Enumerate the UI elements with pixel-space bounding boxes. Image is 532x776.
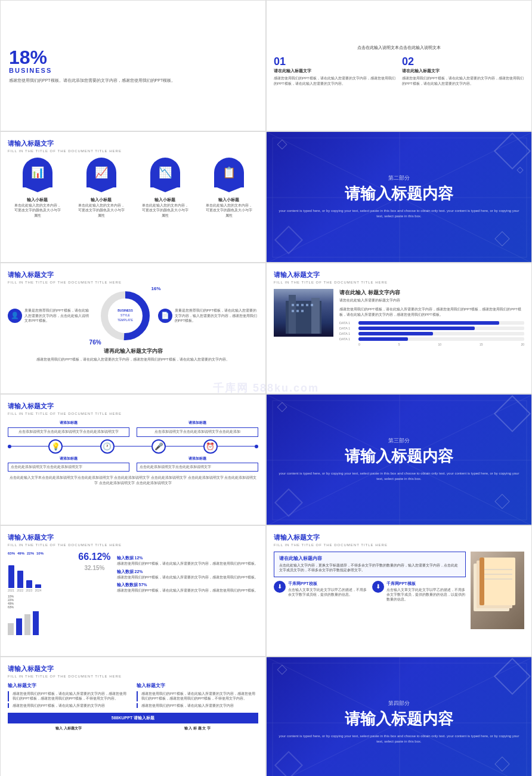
numbered-items: 01 请在此输入标题文字 感谢您使用我们的PPT模板，请在此输入您需要的文字内容… bbox=[274, 56, 524, 87]
r5r-left-col: 请在此输入标题内容 点击此处输入文字内容，更换文字标题措辞，不得多余文字的字数的… bbox=[274, 552, 466, 629]
pct-76: 76% bbox=[89, 339, 101, 346]
stat-2: 输入数据 22% 感谢您使用我们的PPT模板，请在此输入所需要的文字内容，感谢您… bbox=[117, 569, 258, 580]
num-desc-2: 感谢您使用我们的PPT模板，请在此输入您需要的文字内容，感谢您使用我们的PPT模… bbox=[402, 76, 524, 87]
tl-bottom-label-2: 请添加标题 bbox=[137, 456, 258, 461]
tl-icon-1: 💡 bbox=[48, 439, 63, 454]
icon-box-3: 📉 输入小标题 单击此处输入您的文本内容，可更改文字的颜色及大小与字属性 bbox=[141, 158, 189, 218]
bar-label-2: DATA 1 bbox=[339, 327, 356, 330]
num-2: 02 bbox=[402, 56, 524, 68]
svg-rect-15 bbox=[296, 304, 299, 306]
pct-63: 63% bbox=[8, 552, 15, 555]
vbar-g4: 2024 bbox=[35, 584, 41, 592]
vbar-g2: 2022 bbox=[17, 571, 23, 592]
sm-bar-4 bbox=[33, 611, 39, 635]
blue-desc-r6: your content is typed here, or by copyin… bbox=[279, 734, 519, 745]
vbar-year-3: 2023 bbox=[26, 589, 32, 592]
num-item-2: 02 请在此输入标题文字 感谢您使用我们的PPT模板，请在此输入您需要的文字内容… bbox=[402, 56, 524, 87]
tl-top-box-2: 点击添加说明文字点击此处添加说明文字点击此处添加 bbox=[137, 427, 258, 437]
icon-desc-1: 单击此处输入您的文本内容，可更改文字的颜色及大小与字属性 bbox=[14, 203, 61, 218]
download-section: ⬇ 千库网PPT校板 点击输入文章文字此处文字以甲乙的描述，不用多余文字数字成员… bbox=[274, 581, 466, 602]
bar-track-4 bbox=[358, 337, 524, 341]
stat-label-1: 输入数据 12% bbox=[117, 555, 258, 561]
tl-line-4 bbox=[166, 446, 203, 446]
slide-r6-right: 第四部分 请输入标题内容 your content is typed here,… bbox=[266, 657, 532, 776]
side-icon-1: 👤 质量是您推荐我们的PPT模板，请在此输入您需要的文字内容，点击此处输入说明文… bbox=[8, 308, 92, 323]
bar-row-1: DATA 1 bbox=[339, 321, 524, 325]
bar-track-3 bbox=[358, 332, 524, 335]
pie-section: 63% 49% 22% 10% 2021 2022 bbox=[8, 552, 258, 635]
vbar-year-4: 2024 bbox=[35, 589, 41, 592]
side-icon-text-2: 质量是您推荐我们的PPT模板，请在此输入您需要的文字内容，输入您需要的文字内容，… bbox=[175, 308, 258, 323]
stat-label-3: 输入数数据 57% bbox=[117, 582, 258, 588]
chart-icon-1: 📊 bbox=[23, 158, 52, 187]
section-label-r6: 第四部分 bbox=[279, 700, 519, 707]
svg-text:STYLE: STYLE bbox=[120, 313, 131, 317]
main-title-r6: 请输入标题内容 bbox=[279, 710, 519, 728]
r6-col1-item1: 感谢您使用我们的PPT模板，请在此输入所需要的文字内容，感谢您使用我们的PPT模… bbox=[8, 691, 129, 701]
blue-desc-r2: your content is typed here, or by copyin… bbox=[279, 208, 519, 220]
tl-dot-right bbox=[255, 445, 258, 448]
building-svg bbox=[274, 289, 333, 337]
docs-svg bbox=[471, 552, 524, 629]
download-text-2: 千库网PPT模板 点击输入文章文字此处文字以甲乙的描述，不用多余文字数字成员，提… bbox=[386, 581, 466, 602]
slide-r5r-eng: FILL IN THE TITLE OF THE DOCUMENT TITLE … bbox=[274, 543, 524, 547]
donut-container: BUSINESS STYLE TEMPLATE 16% 76% bbox=[98, 289, 152, 343]
stat-text-3: 感谢您使用我们的PPT模板，请在此输入所需要的文字内容，感谢您使用我们的PPT模… bbox=[117, 589, 258, 593]
svg-text:TEMPLATE: TEMPLATE bbox=[117, 318, 134, 322]
vbar-3 bbox=[26, 580, 32, 588]
slide-r1-right: 点击在此输入说明文本点击在此输入说明文本 01 请在此输入标题文字 感谢您使用我… bbox=[266, 0, 532, 131]
slide-r3r-eng: FILL IN THE TITLE OF THE DOCUMENT TITLE … bbox=[274, 281, 524, 284]
svg-rect-13 bbox=[311, 298, 320, 334]
donut-right-icons: 📄 质量是您推荐我们的PPT模板，请在此输入您需要的文字内容，输入您需要的文字内… bbox=[158, 289, 258, 343]
icon-box-4: 📋 输入小标题 单击此处输入您的文本内容，可更改文字的颜色及大小与字属性 bbox=[205, 158, 253, 218]
tl-top-box-1: 点击添加说明文字点击此处添加说明文字点击此处添加说明文字 bbox=[8, 427, 129, 437]
slide-r5-left: 请输入标题文字 FILL IN THE TITLE OF THE DOCUMEN… bbox=[0, 525, 266, 657]
tl-icon-2: 🕐 bbox=[100, 439, 115, 454]
horizontal-bars: DATA 1 DATA 1 DATA 1 bbox=[339, 321, 524, 341]
icon-label-4: 输入小标题 bbox=[218, 197, 239, 203]
download-text-1: 千库网PPT校板 点击输入文章文字此处文字以甲乙的描述，不用多余文字数字成员组，… bbox=[288, 581, 367, 598]
r5r-main: 请在此输入标题内容 点击此处输入文字内容，更换文字标题措辞，不得多余文字的字数的… bbox=[274, 552, 524, 629]
down-text-2: 点击输入文章文字此处文字以甲乙的描述，不用多余文字数字成员，提供的数量的的信息，… bbox=[386, 587, 466, 602]
big-pct-1: 66.12% bbox=[78, 552, 110, 562]
chart-icon-3: 📉 bbox=[150, 158, 180, 187]
tl-top-item-1: 请添加标题 点击添加说明文字点击此处添加说明文字点击此处添加说明文字 bbox=[8, 420, 129, 437]
bar-track-2 bbox=[358, 327, 524, 330]
blue-desc-r4: your content is typed here, or by copyin… bbox=[279, 471, 519, 482]
donut-bottom-title: 请再此输入标题文字内容 bbox=[8, 347, 258, 355]
bar-track-1 bbox=[358, 321, 524, 325]
bar-axis: 0 5 10 15 20 bbox=[339, 343, 524, 346]
svg-rect-14 bbox=[292, 304, 294, 306]
slide-r5-right: 请输入标题文字 FILL IN THE TITLE OF THE DOCUMEN… bbox=[266, 525, 532, 657]
slide-r4-title: 请输入标题文字 bbox=[8, 402, 258, 411]
icon-box-1: 📊 输入小标题 单击此处输入您的文本内容，可更改文字的颜色及大小与字属性 bbox=[14, 158, 61, 218]
svg-rect-29 bbox=[480, 558, 515, 605]
business-label: BUSINESS bbox=[9, 67, 257, 74]
icon-desc-4: 单击此处输入您的文本内容，可更改文字的颜色及大小与字属性 bbox=[205, 203, 253, 218]
r6-col2: 输入标题文字 感谢您使用我们的PPT模板，请在此输入所需要的文字内容，感谢您使用… bbox=[137, 683, 258, 708]
down-title-2: 千库网PPT模板 bbox=[386, 581, 466, 587]
bar-label-1: DATA 1 bbox=[339, 321, 356, 325]
svg-rect-17 bbox=[306, 304, 308, 306]
download-2: ⬇ 千库网PPT模板 点击输入文章文字此处文字以甲乙的描述，不用多余文字数字成员… bbox=[372, 581, 466, 602]
tl-icon-4: ⏰ bbox=[203, 439, 218, 454]
slide-r3-eng: FILL IN THE TITLE OF THE DOCUMENT TITLE … bbox=[8, 281, 258, 284]
vbar-1 bbox=[8, 565, 14, 588]
slide-r3-left: 请输入标题文字 FILL IN THE TITLE OF THE DOCUMEN… bbox=[0, 263, 266, 394]
r6-col1-title: 输入标题文字 bbox=[8, 683, 129, 689]
num-title-1: 请在此输入标题文字 bbox=[274, 68, 396, 74]
pie-left: 63% 49% 22% 10% 2021 2022 bbox=[8, 552, 72, 635]
person-icon: 👤 bbox=[8, 309, 22, 323]
big-number: 18% bbox=[9, 48, 257, 67]
bar-content: 请在此输入 标题文字内容 请您在此处输入所需要的标题文字内容 感谢您使用我们的P… bbox=[339, 289, 524, 346]
r5r-photo bbox=[471, 552, 524, 629]
slide-r2-eng: FILL IN THE TITLE OF THE DOCUMENT TITLE … bbox=[8, 149, 258, 153]
stat-3: 输入数数据 57% 感谢您使用我们的PPT模板，请在此输入所需要的文字内容，感谢… bbox=[117, 582, 258, 593]
download-icon-1: ⬇ bbox=[274, 581, 286, 593]
slide-r4-right: 第三部分 请输入标题内容 your content is typed here,… bbox=[266, 394, 532, 525]
icon-row-r2: 📊 输入小标题 单击此处输入您的文本内容，可更改文字的颜色及大小与字属性 📈 输… bbox=[8, 158, 258, 218]
download-icon-2: ⬇ bbox=[372, 581, 384, 593]
donut-svg: BUSINESS STYLE TEMPLATE bbox=[98, 289, 152, 343]
num-desc-1: 感谢您使用我们的PPT模板，请在此输入您需要的文字内容，感谢您使用我们的PPT模… bbox=[274, 76, 396, 87]
leg-63: 63% bbox=[8, 605, 72, 609]
